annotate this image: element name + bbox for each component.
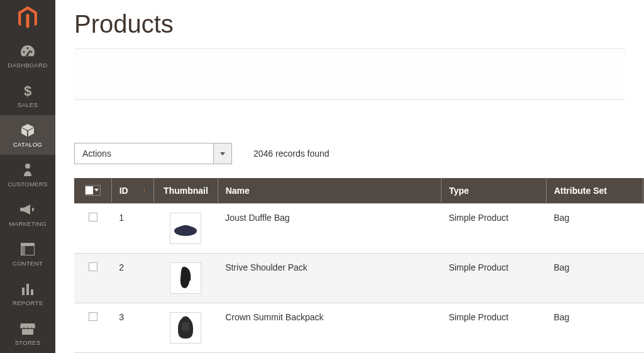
row-checkbox[interactable] [89,312,97,321]
svg-rect-4 [21,246,25,255]
cell-thumbnail [154,253,218,303]
sidebar-item-content[interactable]: CONTENT [0,234,55,274]
caret-down-icon[interactable] [93,189,100,191]
column-header-type[interactable]: Type [441,178,546,203]
main-content: Products Actions 2046 records found [55,0,644,353]
sidebar-item-dashboard[interactable]: DASHBOARD [0,36,55,76]
layout-icon [19,241,36,257]
product-thumbnail[interactable] [170,262,201,294]
svg-point-1 [25,164,30,169]
actions-dropdown-label: Actions [74,143,213,164]
caret-down-icon [213,143,232,164]
cell-thumbnail [154,203,218,253]
sidebar-item-label: SALES [18,101,38,108]
product-thumbnail[interactable] [170,312,201,344]
box-icon [19,122,36,138]
sidebar-item-label: CONTENT [13,260,43,267]
sort-desc-icon: ↓ [142,186,146,194]
cell-thumbnail [154,303,218,352]
svg-rect-3 [21,243,35,246]
sidebar-item-sales[interactable]: $ SALES [0,76,55,115]
duffle-bag-icon [172,221,199,236]
svg-rect-7 [31,289,33,295]
svg-text:$: $ [24,83,31,98]
cell-type: Simple Product [441,303,546,352]
table-header-row: ID↓ Thumbnail Name Type Attribute Set SK… [74,178,644,203]
column-header-thumbnail[interactable]: Thumbnail [154,178,218,203]
actions-dropdown[interactable]: Actions [74,143,232,164]
svg-rect-9 [182,322,189,331]
sidebar-item-label: CATALOG [13,141,42,148]
column-header-name[interactable]: Name [218,178,441,203]
table-row[interactable]: 2 Strive Shoulder Pack Simple Product Ba… [74,253,644,303]
sidebar-item-reports[interactable]: REPORTS [0,274,55,313]
select-all-control[interactable] [85,185,101,196]
store-icon [19,320,36,337]
column-header-id[interactable]: ID↓ [111,178,154,203]
cell-id: 3 [111,303,154,352]
table-row[interactable]: 1 Joust Duffle Bag Simple Product Bag 24… [74,203,644,253]
cell-attribute-set: Bag [546,253,643,303]
svg-point-8 [174,226,197,236]
cell-id: 2 [111,253,154,303]
backpack-icon [176,316,195,340]
cell-id: 1 [111,203,154,253]
cell-name: Crown Summit Backpack [218,303,441,352]
product-thumbnail[interactable] [170,213,201,244]
magento-logo[interactable] [0,0,55,36]
table-row[interactable]: 3 Crown Summit Backpack Simple Product B… [74,303,644,352]
svg-rect-5 [22,288,25,295]
sidebar-item-label: DASHBOARD [8,62,48,69]
shoulder-pack-icon [177,266,194,291]
admin-sidebar: DASHBOARD $ SALES CATALOG CUSTOMERS MARK… [0,0,55,353]
records-found-text: 2046 records found [253,148,330,159]
sidebar-item-label: STORES [15,339,41,346]
select-all-checkbox[interactable] [86,186,93,194]
sidebar-item-label: MARKETING [9,220,46,227]
cell-attribute-set: Bag [546,203,643,253]
sidebar-item-label: CUSTOMERS [8,181,47,188]
sidebar-item-catalog[interactable]: CATALOG [0,115,55,155]
dashboard-icon [19,43,36,59]
row-checkbox[interactable] [89,262,97,271]
cell-name: Strive Shoulder Pack [218,253,441,303]
bar-chart-icon [19,281,36,297]
sidebar-item-marketing[interactable]: MARKETING [0,194,55,234]
column-header-attribute-set[interactable]: Attribute Set [546,178,643,203]
sidebar-item-label: REPORTS [13,300,43,306]
cell-type: Simple Product [441,253,546,303]
cell-attribute-set: Bag [546,303,643,352]
magento-logo-icon [17,6,38,30]
cell-name: Joust Duffle Bag [218,203,441,253]
cell-type: Simple Product [441,203,546,253]
svg-rect-6 [26,284,29,295]
sidebar-item-customers[interactable]: CUSTOMERS [0,155,55,194]
products-grid: ID↓ Thumbnail Name Type Attribute Set SK… [74,178,644,353]
notice-bar [74,48,625,100]
row-checkbox[interactable] [89,213,97,221]
megaphone-icon [19,201,36,218]
sidebar-item-stores[interactable]: STORES [0,313,55,353]
column-header-select[interactable] [74,178,111,203]
dollar-icon: $ [19,82,36,99]
person-icon [19,162,36,178]
grid-toolbar: Actions 2046 records found [74,143,625,164]
page-title: Products [74,10,644,38]
